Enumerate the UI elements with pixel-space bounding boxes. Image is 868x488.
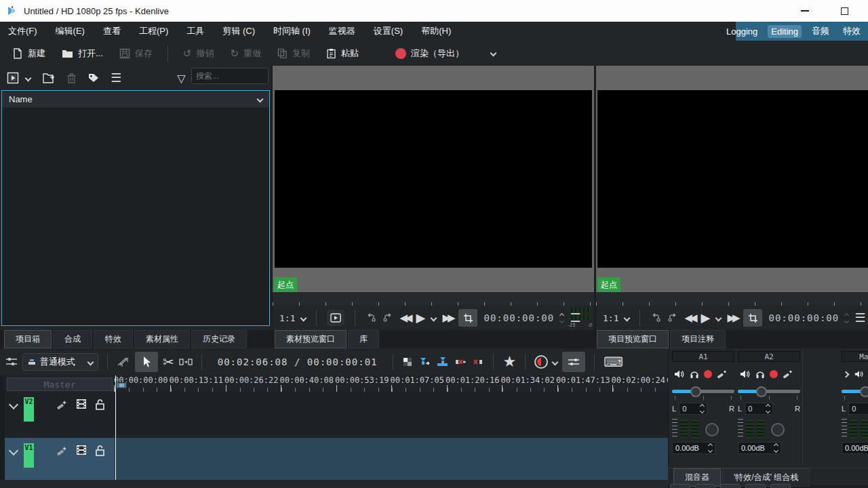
- zoom-chevron-icon[interactable]: [624, 314, 631, 321]
- timeline-zone-marker[interactable]: [116, 382, 127, 388]
- dock-tab[interactable]: 项目箱: [4, 330, 52, 348]
- menu-item[interactable]: 设置(S): [374, 25, 403, 37]
- render-dropdown-chevron-icon[interactable]: [490, 50, 497, 57]
- play-icon[interactable]: ▶: [416, 310, 426, 325]
- lock-track-icon[interactable]: [95, 445, 105, 457]
- bin-name-column-header[interactable]: Name: [2, 91, 269, 108]
- paste-button[interactable]: 粘贴: [321, 45, 364, 62]
- delete-icon[interactable]: [66, 73, 77, 84]
- keyboard-shortcuts-icon[interactable]: ⌨: [604, 354, 623, 370]
- record-arm-icon[interactable]: [704, 370, 712, 378]
- menu-item[interactable]: 时间轴 (I): [273, 25, 311, 37]
- dock-tab[interactable]: 库: [348, 330, 379, 348]
- lift-zone-icon[interactable]: [471, 357, 484, 367]
- layout-pill[interactable]: Editing: [768, 25, 802, 38]
- play-options-chevron-icon[interactable]: [715, 314, 722, 321]
- timeline-settings-icon[interactable]: [5, 357, 18, 367]
- monitor-overlay-button[interactable]: [327, 310, 344, 326]
- timeline-timecode[interactable]: 00:02:06:08 / 00:00:00:01: [211, 357, 384, 367]
- channel-name-button[interactable]: A1: [672, 351, 734, 362]
- save-button[interactable]: 保存: [114, 45, 158, 62]
- track-header-v2[interactable]: V2: [5, 392, 114, 434]
- rewind-icon[interactable]: ◀◀: [399, 312, 410, 324]
- channel-effects-wand-icon[interactable]: [717, 369, 728, 380]
- layout-pill[interactable]: Logging: [723, 25, 761, 38]
- menu-item[interactable]: 监视器: [329, 25, 355, 37]
- gain-spinbox[interactable]: 0.00dB: [738, 442, 781, 454]
- add-clip-chevron-icon[interactable]: [25, 75, 32, 81]
- insert-zone-icon[interactable]: [418, 357, 431, 367]
- preview-render-chevron-icon[interactable]: [552, 359, 559, 365]
- zone-in-icon[interactable]: [650, 312, 661, 323]
- overwrite-zone-icon[interactable]: [436, 357, 449, 367]
- create-folder-icon[interactable]: [43, 73, 56, 83]
- layout-pill[interactable]: 特效: [840, 24, 864, 39]
- dock-tab[interactable]: 历史记录: [191, 330, 247, 348]
- channel-name-button[interactable]: A2: [738, 351, 800, 362]
- channel-effects-wand-icon[interactable]: [783, 369, 793, 380]
- solo-headphones-icon[interactable]: [690, 369, 699, 379]
- video-track-icon[interactable]: [75, 445, 87, 455]
- menu-item[interactable]: 帮助(H): [421, 25, 451, 37]
- menu-item[interactable]: 查看: [103, 25, 121, 37]
- volume-slider-thumb[interactable]: [756, 386, 767, 397]
- balance-spinbox[interactable]: 0: [745, 403, 773, 415]
- show-mixer-button[interactable]: [562, 352, 585, 372]
- tag-icon[interactable]: [87, 73, 100, 83]
- gain-spinbox[interactable]: 0.00dB: [842, 442, 868, 454]
- extract-zone-icon[interactable]: [454, 357, 467, 367]
- gain-knob[interactable]: [705, 423, 719, 436]
- track-name-badge[interactable]: V1: [24, 443, 34, 468]
- rewind-icon[interactable]: ◀◀: [684, 312, 694, 324]
- video-track-icon[interactable]: [75, 399, 87, 409]
- bin-search-input[interactable]: [191, 68, 269, 84]
- add-clip-icon[interactable]: [7, 72, 19, 84]
- menu-item[interactable]: 工程(P): [139, 25, 168, 37]
- collapse-track-chevron-icon[interactable]: [9, 446, 18, 455]
- channel-name-button[interactable]: Master: [842, 351, 868, 362]
- track-effects-wand-icon[interactable]: [56, 445, 68, 457]
- dock-tab[interactable]: 素材预览窗口: [275, 330, 347, 348]
- maximize-button[interactable]: [834, 4, 854, 18]
- gain-spinbox[interactable]: 0.00dB: [672, 442, 715, 454]
- track-header-v1[interactable]: V1: [5, 438, 114, 480]
- volume-slider-thumb[interactable]: [860, 386, 868, 397]
- track-effects-wand-icon[interactable]: [56, 399, 68, 411]
- timecode-spinner[interactable]: [845, 314, 848, 323]
- menu-item[interactable]: 编辑(E): [56, 25, 85, 37]
- dock-tab[interactable]: 特效: [94, 330, 133, 348]
- collapse-track-chevron-icon[interactable]: [9, 400, 18, 409]
- zone-out-icon[interactable]: [382, 312, 393, 323]
- project-monitor-video[interactable]: [597, 90, 868, 268]
- solo-headphones-icon[interactable]: [755, 369, 765, 379]
- track-v2-body[interactable]: [114, 392, 668, 434]
- timecode-spinner[interactable]: [560, 314, 564, 323]
- dock-tab[interactable]: 项目预览窗口: [597, 330, 669, 348]
- play-icon[interactable]: ▶: [701, 310, 711, 325]
- undo-button[interactable]: ↺ 撤销: [178, 45, 220, 62]
- track-v1-body[interactable]: [114, 438, 668, 480]
- filter-icon[interactable]: ▽: [177, 72, 185, 85]
- favorite-effects-icon[interactable]: ★: [502, 353, 516, 371]
- clip-monitor-video[interactable]: [275, 90, 592, 268]
- mute-icon[interactable]: [740, 369, 751, 379]
- zone-out-icon[interactable]: [667, 312, 678, 323]
- menu-item[interactable]: 剪辑 (C): [222, 25, 255, 37]
- razor-tool-icon[interactable]: ✂: [163, 354, 174, 370]
- zone-mode-button[interactable]: [743, 309, 762, 327]
- forward-icon[interactable]: ▶▶: [727, 312, 737, 324]
- menu-item[interactable]: 工具: [186, 25, 204, 37]
- timeline-playhead[interactable]: [115, 375, 116, 480]
- monitor-menu-icon[interactable]: ☰: [854, 310, 865, 325]
- mute-icon[interactable]: [674, 369, 685, 379]
- zone-mode-button[interactable]: [458, 309, 477, 327]
- forward-icon[interactable]: ▶▶: [442, 312, 452, 324]
- new-project-button[interactable]: 新建: [7, 45, 51, 62]
- volume-slider-thumb[interactable]: [690, 386, 701, 397]
- zoom-chevron-icon[interactable]: [300, 314, 307, 321]
- layout-pill[interactable]: 音频: [808, 24, 833, 39]
- collapse-strip-chevron-icon[interactable]: [844, 372, 848, 377]
- master-track-button[interactable]: Master: [7, 378, 113, 391]
- bin-list[interactable]: Name: [1, 90, 270, 326]
- clip-timecode[interactable]: 00:00:00:00: [484, 312, 554, 323]
